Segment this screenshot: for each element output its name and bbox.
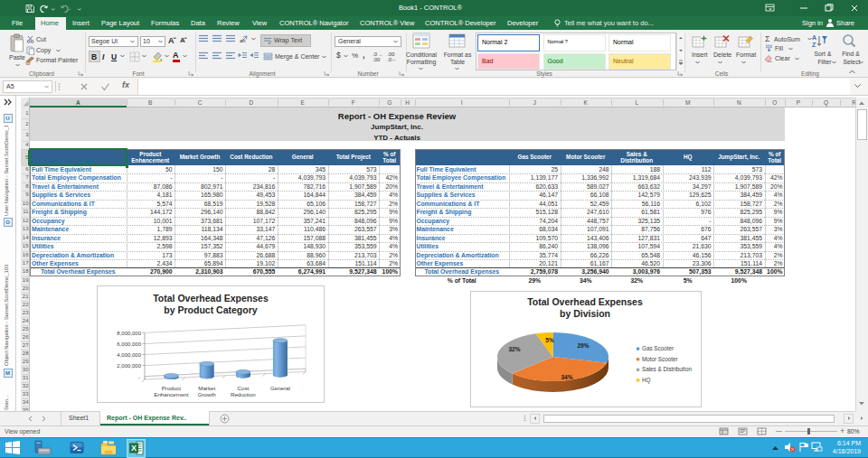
svg-text:by Division: by Division: [560, 308, 610, 319]
svg-text:Total Overhead Expenses: Total Overhead Expenses: [527, 296, 643, 307]
svg-text:Enhancement: Enhancement: [154, 391, 188, 397]
svg-text:Motor Scooter: Motor Scooter: [642, 356, 678, 362]
svg-text:-: -: [138, 375, 140, 380]
svg-text:by Product Category: by Product Category: [164, 304, 257, 315]
svg-text:8,000,000: 8,000,000: [117, 331, 141, 336]
svg-text:34%: 34%: [561, 374, 572, 380]
svg-text:A: A: [812, 34, 816, 41]
svg-text:6,000,000: 6,000,000: [117, 341, 141, 347]
svg-text:Market: Market: [198, 385, 215, 391]
svg-text:Product: Product: [162, 385, 182, 391]
svg-text:5%: 5%: [545, 337, 554, 343]
svg-text:Total Overhead Expenses: Total Overhead Expenses: [153, 293, 269, 304]
svg-text:2,000,000: 2,000,000: [117, 363, 141, 369]
svg-text:Reduction: Reduction: [231, 391, 256, 397]
svg-text:HQ: HQ: [642, 377, 651, 384]
svg-text:4,000,000: 4,000,000: [117, 352, 141, 358]
svg-text:Gas Scooter: Gas Scooter: [642, 345, 674, 351]
svg-text:32%: 32%: [508, 346, 520, 352]
svg-text:Sales & Distribution: Sales & Distribution: [642, 366, 692, 372]
svg-text:ab: ab: [240, 38, 246, 43]
svg-text:General: General: [270, 385, 290, 391]
svg-text:X: X: [131, 444, 137, 453]
svg-text:29%: 29%: [577, 342, 589, 349]
svg-text:Z: Z: [812, 42, 816, 48]
svg-text:Cost: Cost: [238, 385, 250, 391]
svg-text:Growth: Growth: [198, 391, 217, 397]
